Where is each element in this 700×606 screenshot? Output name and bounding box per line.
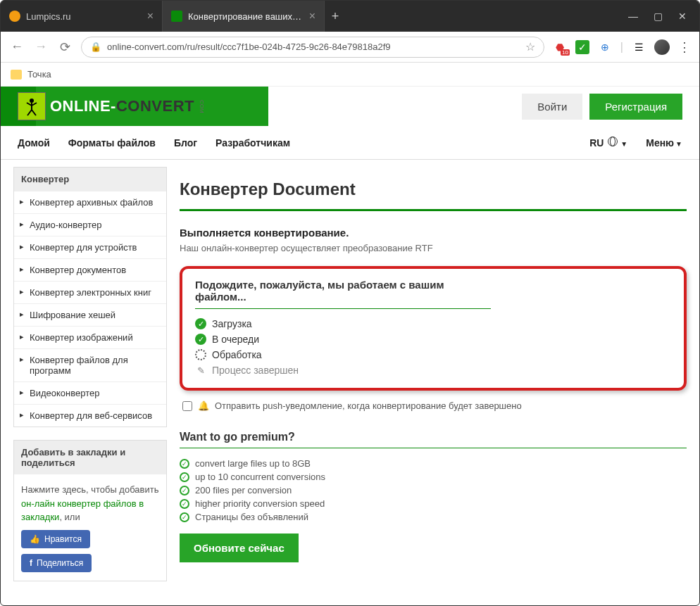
browser-tab-active[interactable]: Конвертирование ваших файло × [163,1,325,32]
folder-icon [11,70,22,80]
bookmark-star-icon[interactable]: ☆ [525,40,535,53]
check-circle-icon: ✓ [180,499,189,509]
lang-switcher[interactable]: RU ▼ [589,137,627,149]
globe-ext-icon[interactable]: ⊕ [598,40,612,54]
sidebar-item[interactable]: Конвертер файлов для программ [14,348,166,381]
bookmark-box: Добавить в закладки и поделиться Нажмите… [13,440,167,581]
register-button[interactable]: Регистрация [589,94,682,120]
status-queue: ✓В очереди [195,332,671,347]
status-processing: Обработка [195,347,671,362]
logo-text: ONLINE-CONVERT [50,97,194,115]
tab-strip: Lumpics.ru × Конвертирование ваших файло… [1,1,615,32]
nav-menu[interactable]: Меню▼ [646,137,682,149]
facebook-icon: f [30,558,32,568]
sidebar-item[interactable]: Аудио-конвертер [14,213,166,236]
sidebar-item[interactable]: Конвертер изображений [14,326,166,348]
logo-icon [18,92,46,120]
bookmark-body: Нажмите здесь, чтобы добавить он-лайн ко… [14,474,166,581]
premium-item: ✓200 files per conversion [180,484,687,497]
reading-list-icon[interactable]: ☰ [632,40,646,54]
svg-point-0 [30,99,34,103]
close-icon[interactable]: × [147,10,154,23]
close-icon[interactable]: × [309,10,315,23]
upgrade-button[interactable]: Обновите сейчас [180,534,299,562]
premium-item: ✓up to 10 concurrent conversions [180,470,687,484]
status-done: ✎Процесс завершен [195,362,671,378]
pencil-icon: ✎ [195,365,206,376]
sidebar-item[interactable]: Конвертер архивных файлов [14,191,166,213]
bookmark-title: Добавить в закладки и поделиться [14,441,166,474]
sidebar-item[interactable]: Конвертер для веб-сервисов [14,404,166,427]
nav-formats[interactable]: Форматы файлов [68,137,156,149]
forward-button[interactable]: → [33,39,49,54]
profile-avatar[interactable] [654,39,670,55]
tab-title: Конвертирование ваших файло [188,11,304,22]
check-icon: ✓ [195,318,206,329]
premium-item: ✓Страницы без объявлений [180,510,687,524]
sidebar-item[interactable]: Конвертер электронных книг [14,281,166,303]
favicon-icon [9,11,20,22]
check-circle-icon: ✓ [180,472,189,482]
sidebar-item[interactable]: Видеоконвертер [14,381,166,404]
extension-icons: ⬣10 ✓ ⊕ | ☰ ⋮ [553,39,691,55]
fb-like-button[interactable]: 👍Нравится [21,530,90,548]
globe-icon [608,137,618,146]
logo-suffix: COM [199,100,205,113]
top-nav: Домой Форматы файлов Блог Разработчикам … [1,126,699,160]
close-window-icon[interactable]: ✕ [678,11,687,22]
check-circle-icon: ✓ [180,459,189,469]
page-title: Конвертер Document [180,167,687,211]
sidebar-title: Конвертер [14,168,166,191]
tab-title: Lumpics.ru [26,11,142,22]
login-button[interactable]: Войти [522,94,582,120]
sidebar-item[interactable]: Конвертер для устройств [14,236,166,258]
nav-devs[interactable]: Разработчикам [215,137,290,149]
premium-title: Want to go premium? [180,431,687,448]
premium-item: ✓convert large files up to 8GB [180,457,687,470]
url-text: online-convert.com/ru/result/ccc7f1be-02… [107,42,520,52]
menu-kebab-icon[interactable]: ⋮ [678,39,691,55]
nav-home[interactable]: Домой [18,137,50,149]
window-controls: — ▢ ✕ [615,1,699,32]
bell-icon: 🔔 [198,400,209,411]
bookmarks-bar: Точка [1,63,699,87]
premium-item: ✓higher priority conversion speed [180,497,687,510]
page-content: ONLINE-CONVERT COM Войти Регистрация Дом… [1,87,699,601]
shield-ext-icon[interactable]: ⬣10 [553,40,567,54]
minimize-icon[interactable]: — [628,11,638,22]
nav-blog[interactable]: Блог [174,137,197,149]
push-checkbox[interactable] [182,401,192,411]
back-button[interactable]: ← [9,39,25,54]
thumb-icon: 👍 [30,534,40,544]
bookmark-item[interactable]: Точка [27,69,51,80]
sidebar: Конвертер Конвертер архивных файловАудио… [13,167,167,594]
spinner-icon [195,349,206,360]
maximize-icon[interactable]: ▢ [654,11,663,22]
favicon-icon [171,11,182,22]
progress-subtext: Наш онлайн-конвертер осуществляет преобр… [180,243,687,253]
bookmark-link[interactable]: он-лайн конвертер файлов в закладки [21,498,144,523]
new-tab-button[interactable]: + [325,1,346,32]
separator: | [620,41,623,53]
push-notification-row: 🔔 Отправить push-уведомление, когда конв… [180,400,687,411]
site-logo[interactable]: ONLINE-CONVERT COM [18,92,205,120]
check-ext-icon[interactable]: ✓ [575,40,589,54]
check-circle-icon: ✓ [180,512,189,522]
lock-icon: 🔒 [90,42,101,52]
site-header: ONLINE-CONVERT COM Войти Регистрация [1,87,699,126]
main-content: Конвертер Document Выполняется конвертир… [180,167,687,594]
url-input[interactable]: 🔒 online-convert.com/ru/result/ccc7f1be-… [81,37,544,58]
address-bar: ← → ⟳ 🔒 online-convert.com/ru/result/ccc… [1,32,699,63]
fb-share-button[interactable]: fПоделиться [21,554,92,572]
browser-titlebar: Lumpics.ru × Конвертирование ваших файло… [1,1,699,32]
wait-title: Подождите, пожалуйста, мы работаем с ваш… [195,279,491,309]
check-circle-icon: ✓ [180,486,189,495]
push-label: Отправить push-уведомление, когда конвер… [215,400,522,411]
status-upload: ✓Загрузка [195,316,671,332]
sidebar-item[interactable]: Шифрование хешей [14,303,166,326]
reload-button[interactable]: ⟳ [57,39,73,55]
progress-heading: Выполняется конвертирование. [180,227,687,239]
status-box: Подождите, пожалуйста, мы работаем с ваш… [180,266,687,391]
sidebar-item[interactable]: Конвертер документов [14,258,166,281]
browser-tab[interactable]: Lumpics.ru × [1,1,163,32]
